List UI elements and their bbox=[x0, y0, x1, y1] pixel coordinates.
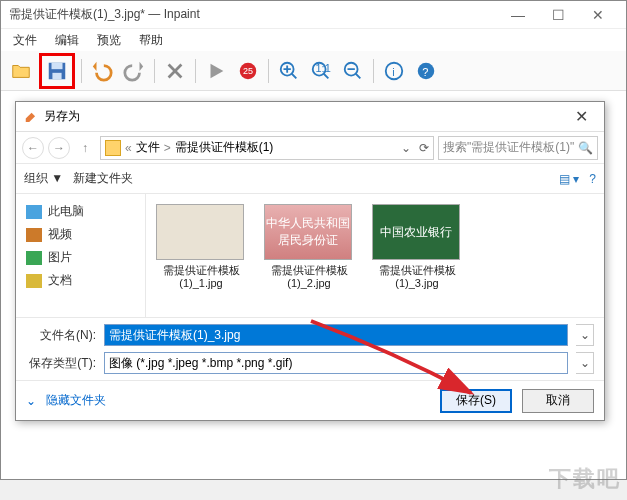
minimize-button[interactable]: — bbox=[498, 3, 538, 27]
dialog-close-button[interactable]: ✕ bbox=[567, 107, 596, 126]
separator bbox=[154, 59, 155, 83]
record-button[interactable]: 25 bbox=[234, 57, 262, 85]
nav-back-button[interactable]: ← bbox=[22, 137, 44, 159]
filetype-select[interactable]: 图像 (*.jpg *.jpeg *.bmp *.png *.gif) bbox=[104, 352, 568, 374]
app-window: 需提供证件模板(1)_3.jpg* — Inpaint — ☐ ✕ 文件 编辑 … bbox=[0, 0, 627, 480]
maximize-button[interactable]: ☐ bbox=[538, 3, 578, 27]
svg-text:i: i bbox=[392, 65, 394, 77]
hide-folders-link[interactable]: 隐藏文件夹 bbox=[46, 392, 106, 409]
chevron-down-icon[interactable]: ⌄ bbox=[26, 394, 36, 408]
sidebar-label: 视频 bbox=[48, 226, 72, 243]
cancel-label: 取消 bbox=[546, 392, 570, 409]
filename-label: 文件名(N): bbox=[26, 327, 96, 344]
breadcrumb[interactable]: « 文件 > 需提供证件模板(1) ⌄ ⟳ bbox=[100, 136, 434, 160]
cancel-tool-button[interactable] bbox=[161, 57, 189, 85]
nav-up-button[interactable]: ↑ bbox=[74, 137, 96, 159]
sidebar-label: 图片 bbox=[48, 249, 72, 266]
filename-input[interactable]: 需提供证件模板(1)_3.jpg bbox=[104, 324, 568, 346]
menu-view[interactable]: 预览 bbox=[89, 30, 129, 51]
menu-edit[interactable]: 编辑 bbox=[47, 30, 87, 51]
documents-icon bbox=[26, 274, 42, 288]
save-highlight bbox=[39, 53, 75, 89]
svg-rect-2 bbox=[52, 72, 61, 78]
folder-icon bbox=[105, 140, 121, 156]
dialog-toolbar: 组织 ▼ 新建文件夹 ▤ ▾ ? bbox=[16, 164, 604, 194]
refresh-icon[interactable]: ⟳ bbox=[419, 141, 429, 155]
file-item[interactable]: 需提供证件模板(1)_1.jpg bbox=[156, 204, 246, 290]
organize-menu[interactable]: 组织 ▼ bbox=[24, 170, 63, 187]
filetype-dropdown-icon[interactable]: ⌄ bbox=[576, 352, 594, 374]
search-placeholder: 搜索"需提供证件模板(1)" bbox=[443, 139, 578, 156]
filetype-field: 保存类型(T): 图像 (*.jpg *.jpeg *.bmp *.png *.… bbox=[26, 352, 594, 374]
nav-forward-button[interactable]: → bbox=[48, 137, 70, 159]
dialog-help-icon[interactable]: ? bbox=[589, 172, 596, 186]
menu-file[interactable]: 文件 bbox=[5, 30, 45, 51]
file-thumbnail bbox=[156, 204, 244, 260]
redo-button[interactable] bbox=[120, 57, 148, 85]
view-mode-button[interactable]: ▤ ▾ bbox=[559, 172, 579, 186]
save-button[interactable] bbox=[43, 57, 71, 85]
titlebar: 需提供证件模板(1)_3.jpg* — Inpaint — ☐ ✕ bbox=[1, 1, 626, 29]
filename-dropdown-icon[interactable]: ⌄ bbox=[576, 324, 594, 346]
save-label: 保存(S) bbox=[456, 392, 496, 409]
separator bbox=[268, 59, 269, 83]
menubar: 文件 编辑 预览 帮助 bbox=[1, 29, 626, 51]
zoom-in-button[interactable] bbox=[275, 57, 303, 85]
undo-button[interactable] bbox=[88, 57, 116, 85]
close-button[interactable]: ✕ bbox=[578, 3, 618, 27]
search-input[interactable]: 搜索"需提供证件模板(1)" 🔍 bbox=[438, 136, 598, 160]
dialog-title: 另存为 bbox=[44, 108, 567, 125]
separator bbox=[195, 59, 196, 83]
separator bbox=[373, 59, 374, 83]
sidebar-item-thispc[interactable]: 此电脑 bbox=[20, 200, 141, 223]
sidebar-item-documents[interactable]: 文档 bbox=[20, 269, 141, 292]
thumb-text: 中华人民共和国 居民身份证 bbox=[266, 215, 350, 249]
cancel-dialog-button[interactable]: 取消 bbox=[522, 389, 594, 413]
file-item[interactable]: 中华人民共和国 居民身份证 需提供证件模板(1)_2.jpg bbox=[264, 204, 354, 290]
breadcrumb-sep: « bbox=[125, 141, 132, 155]
svg-text:1:1: 1:1 bbox=[316, 61, 331, 73]
new-folder-button[interactable]: 新建文件夹 bbox=[73, 170, 133, 187]
open-button[interactable] bbox=[7, 57, 35, 85]
separator bbox=[81, 59, 82, 83]
help-button[interactable]: ? bbox=[412, 57, 440, 85]
file-item[interactable]: 中国农业银行 需提供证件模板(1)_3.jpg bbox=[372, 204, 462, 290]
file-thumbnail: 中华人民共和国 居民身份证 bbox=[264, 204, 352, 260]
breadcrumb-folder[interactable]: 需提供证件模板(1) bbox=[175, 139, 274, 156]
file-name: 需提供证件模板(1)_1.jpg bbox=[156, 264, 246, 290]
save-dialog: 另存为 ✕ ← → ↑ « 文件 > 需提供证件模板(1) ⌄ ⟳ 搜索"需提供… bbox=[15, 101, 605, 421]
menu-help[interactable]: 帮助 bbox=[131, 30, 171, 51]
sidebar-label: 此电脑 bbox=[48, 203, 84, 220]
filetype-value: 图像 (*.jpg *.jpeg *.bmp *.png *.gif) bbox=[109, 355, 292, 372]
breadcrumb-dropdown-icon[interactable]: ⌄ bbox=[401, 141, 411, 155]
file-grid: 需提供证件模板(1)_1.jpg 中华人民共和国 居民身份证 需提供证件模板(1… bbox=[146, 194, 604, 317]
breadcrumb-root[interactable]: 文件 bbox=[136, 139, 160, 156]
file-name: 需提供证件模板(1)_3.jpg bbox=[372, 264, 462, 290]
toolbar: 25 1:1 i ? bbox=[1, 51, 626, 91]
filetype-label: 保存类型(T): bbox=[26, 355, 96, 372]
svg-rect-1 bbox=[52, 62, 63, 68]
dialog-body: 此电脑 视频 图片 文档 需提供证件模板(1)_1.jpg 中华人民共和国 居民… bbox=[16, 194, 604, 317]
sidebar: 此电脑 视频 图片 文档 bbox=[16, 194, 146, 317]
info-button[interactable]: i bbox=[380, 57, 408, 85]
breadcrumb-arrow: > bbox=[164, 141, 171, 155]
file-name: 需提供证件模板(1)_2.jpg bbox=[264, 264, 354, 290]
sidebar-item-pictures[interactable]: 图片 bbox=[20, 246, 141, 269]
window-title: 需提供证件模板(1)_3.jpg* — Inpaint bbox=[9, 6, 498, 23]
dialog-nav: ← → ↑ « 文件 > 需提供证件模板(1) ⌄ ⟳ 搜索"需提供证件模板(1… bbox=[16, 132, 604, 164]
run-button[interactable] bbox=[202, 57, 230, 85]
save-dialog-button[interactable]: 保存(S) bbox=[440, 389, 512, 413]
zoom-actual-button[interactable]: 1:1 bbox=[307, 57, 335, 85]
search-icon: 🔍 bbox=[578, 141, 593, 155]
sidebar-label: 文档 bbox=[48, 272, 72, 289]
pictures-icon bbox=[26, 251, 42, 265]
sidebar-item-videos[interactable]: 视频 bbox=[20, 223, 141, 246]
dialog-fields: 文件名(N): 需提供证件模板(1)_3.jpg ⌄ 保存类型(T): 图像 (… bbox=[16, 317, 604, 380]
zoom-out-button[interactable] bbox=[339, 57, 367, 85]
badge-count: 25 bbox=[243, 66, 253, 76]
thumb-text: 中国农业银行 bbox=[380, 224, 452, 241]
eraser-icon bbox=[24, 108, 38, 125]
dialog-titlebar: 另存为 ✕ bbox=[16, 102, 604, 132]
pc-icon bbox=[26, 205, 42, 219]
watermark: 下载吧 bbox=[549, 464, 621, 494]
